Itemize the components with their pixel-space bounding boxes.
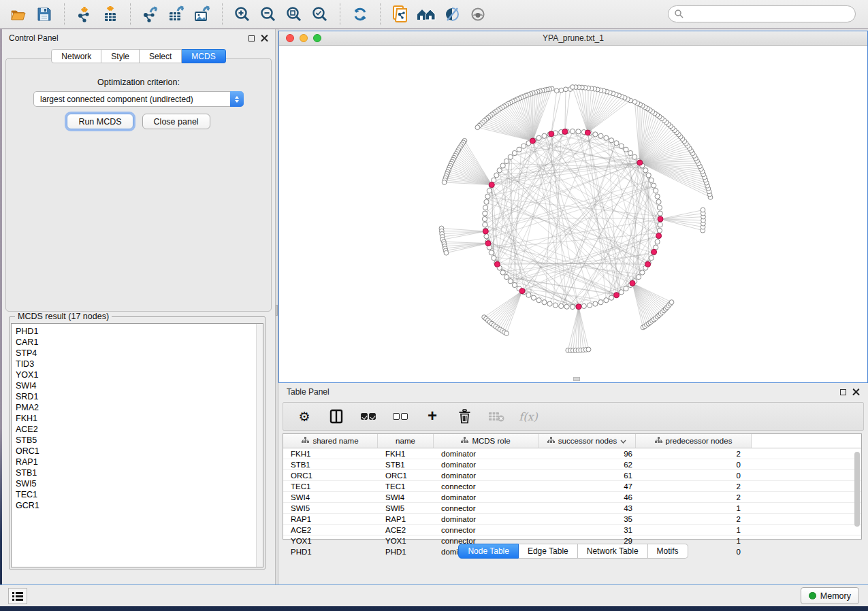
network-resize-grip[interactable] xyxy=(573,377,580,381)
table-row[interactable]: ACE2ACE2connector311 xyxy=(283,525,861,535)
zoom-fit-icon[interactable] xyxy=(281,3,307,26)
ring-node[interactable] xyxy=(485,194,490,199)
mcds-hub-node[interactable] xyxy=(549,131,554,137)
tab-network-table[interactable]: Network Table xyxy=(578,544,648,559)
ring-node[interactable] xyxy=(656,199,661,204)
ring-node[interactable] xyxy=(512,150,517,155)
import-network-icon[interactable] xyxy=(71,3,97,26)
ring-node[interactable] xyxy=(593,132,598,137)
ring-node[interactable] xyxy=(526,293,531,297)
export-image-icon[interactable] xyxy=(189,3,215,26)
table-row[interactable]: TEC1TEC1connector472 xyxy=(283,481,861,492)
ring-node[interactable] xyxy=(489,250,494,255)
ring-node[interactable] xyxy=(484,234,489,239)
add-icon[interactable]: + xyxy=(423,406,441,426)
zoom-selected-icon[interactable] xyxy=(307,3,333,26)
ring-node[interactable] xyxy=(500,270,505,275)
ring-node[interactable] xyxy=(492,256,496,261)
mcds-hub-node[interactable] xyxy=(652,249,657,254)
mcds-hub-node[interactable] xyxy=(614,293,620,298)
leaf-node[interactable] xyxy=(570,85,575,90)
ring-node[interactable] xyxy=(643,168,648,173)
divider-grip[interactable] xyxy=(276,305,278,316)
ring-node[interactable] xyxy=(504,275,509,280)
mcds-hub-node[interactable] xyxy=(656,233,662,239)
memory-button[interactable]: Memory xyxy=(801,587,859,604)
ring-node[interactable] xyxy=(494,173,499,178)
leaf-node[interactable] xyxy=(701,208,705,212)
mcds-hub-node[interactable] xyxy=(645,261,651,267)
run-mcds-button[interactable]: Run MCDS xyxy=(67,114,133,129)
tab-edge-table[interactable]: Edge Table xyxy=(519,544,578,559)
mcds-result-item[interactable]: RAP1 xyxy=(16,457,256,467)
deselect-all-icon[interactable] xyxy=(391,406,409,427)
mcds-result-item[interactable]: STB5 xyxy=(16,435,256,446)
ring-node[interactable] xyxy=(632,154,637,159)
ring-node[interactable] xyxy=(536,298,541,303)
leaf-node[interactable] xyxy=(669,300,674,305)
network-canvas[interactable] xyxy=(279,46,867,382)
ring-node[interactable] xyxy=(619,290,624,295)
column-header-name[interactable]: name xyxy=(378,434,434,448)
tab-style[interactable]: Style xyxy=(101,49,140,63)
houses-icon[interactable] xyxy=(413,3,439,26)
ring-node[interactable] xyxy=(649,178,654,182)
mcds-result-item[interactable]: STP4 xyxy=(16,348,256,359)
ring-node[interactable] xyxy=(564,304,569,309)
import-table-icon[interactable] xyxy=(97,3,123,26)
ring-node[interactable] xyxy=(483,211,487,216)
ring-node[interactable] xyxy=(483,205,488,210)
ring-node[interactable] xyxy=(609,138,614,143)
table-scroll-thumb[interactable] xyxy=(854,452,860,527)
ring-node[interactable] xyxy=(500,163,505,168)
ring-node[interactable] xyxy=(553,303,558,308)
ring-node[interactable] xyxy=(636,275,641,280)
mcds-result-item[interactable]: GCR1 xyxy=(16,500,256,511)
ring-node[interactable] xyxy=(604,135,609,140)
export-network-icon[interactable] xyxy=(138,3,163,26)
ring-node[interactable] xyxy=(542,300,547,305)
ring-node[interactable] xyxy=(531,295,536,300)
ring-node[interactable] xyxy=(508,154,513,159)
column-header-MCDS-role[interactable]: MCDS role xyxy=(434,434,539,448)
mcds-hub-node[interactable] xyxy=(585,130,590,135)
leaf-node[interactable] xyxy=(632,99,637,104)
columns-icon[interactable] xyxy=(327,406,345,427)
ring-node[interactable] xyxy=(483,222,487,227)
select-all-icon[interactable] xyxy=(359,406,377,427)
ring-node[interactable] xyxy=(658,222,662,227)
ring-node[interactable] xyxy=(655,240,660,244)
leaf-node[interactable] xyxy=(586,347,591,352)
tab-network[interactable]: Network xyxy=(51,49,101,63)
close-table-panel-icon[interactable] xyxy=(852,389,860,396)
tab-select[interactable]: Select xyxy=(140,49,182,63)
export-table-icon[interactable] xyxy=(163,3,189,26)
ring-node[interactable] xyxy=(521,144,526,148)
task-history-button[interactable] xyxy=(8,588,27,604)
trash-icon[interactable] xyxy=(455,406,473,427)
float-panel-icon[interactable] xyxy=(248,35,255,42)
mcds-hub-node[interactable] xyxy=(483,229,488,234)
ring-node[interactable] xyxy=(593,301,598,306)
ring-node[interactable] xyxy=(576,129,581,134)
table-row[interactable]: RAP1RAP1dominator352 xyxy=(283,514,861,525)
mcds-result-item[interactable]: SWI4 xyxy=(16,380,256,391)
mcds-result-item[interactable]: ORC1 xyxy=(16,446,256,457)
ring-node[interactable] xyxy=(497,168,502,173)
table-row[interactable]: SWI5SWI5connector431 xyxy=(283,503,861,514)
ring-node[interactable] xyxy=(542,133,547,138)
mcds-result-item[interactable]: PMA2 xyxy=(16,402,256,413)
search-field[interactable] xyxy=(668,5,856,22)
mcds-hub-node[interactable] xyxy=(519,288,525,294)
mcds-result-item[interactable]: SRD1 xyxy=(16,391,256,402)
table-row[interactable]: ORC1ORC1dominator610 xyxy=(283,470,861,481)
mcds-result-item[interactable]: FKH1 xyxy=(16,413,256,424)
ring-node[interactable] xyxy=(487,188,492,193)
table-row[interactable]: SWI4SWI4dominator462 xyxy=(283,492,861,503)
mcds-hub-node[interactable] xyxy=(637,160,643,165)
ring-node[interactable] xyxy=(609,295,614,300)
clone-network-icon[interactable] xyxy=(387,3,413,26)
mcds-result-item[interactable]: CAR1 xyxy=(16,337,256,348)
table-row[interactable]: FKH1FKH1dominator962 xyxy=(283,448,861,459)
ring-node[interactable] xyxy=(619,144,624,148)
